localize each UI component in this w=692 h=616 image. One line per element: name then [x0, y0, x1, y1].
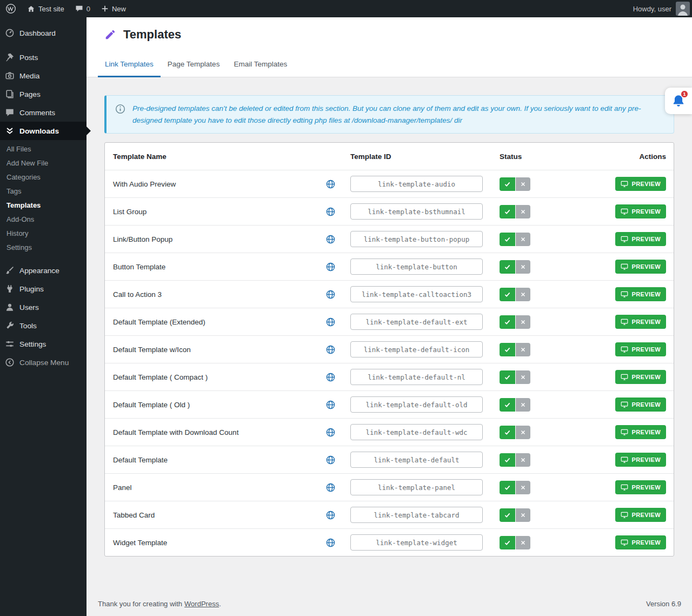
submenu-item[interactable]: Categories: [0, 170, 86, 184]
tab-page-templates[interactable]: Page Templates: [161, 52, 227, 77]
tab-email-templates[interactable]: Email Templates: [227, 52, 294, 77]
sidebar-item-downloads[interactable]: Downloads: [0, 122, 86, 140]
sidebar-item-media[interactable]: Media: [0, 67, 86, 85]
preview-button[interactable]: PREVIEW: [615, 370, 666, 384]
sidebar-item-dashboard[interactable]: Dashboard: [0, 24, 86, 42]
globe-icon[interactable]: [326, 235, 335, 244]
status-enabled-button[interactable]: [500, 536, 515, 549]
globe-icon[interactable]: [326, 483, 335, 492]
status-disable-button[interactable]: [516, 370, 530, 384]
status-disable-button[interactable]: [516, 260, 530, 274]
preview-button[interactable]: PREVIEW: [615, 453, 666, 467]
preview-button[interactable]: PREVIEW: [615, 342, 666, 356]
status-disable-button[interactable]: [516, 398, 530, 412]
globe-icon[interactable]: [326, 317, 335, 327]
globe-icon[interactable]: [326, 262, 335, 271]
preview-button[interactable]: PREVIEW: [615, 315, 666, 329]
status-enabled-button[interactable]: [500, 398, 515, 412]
sidebar-item-users[interactable]: Users: [0, 298, 86, 316]
submenu-item[interactable]: Tags: [0, 184, 86, 198]
sidebar-item-settings[interactable]: Settings: [0, 335, 86, 353]
template-id-field[interactable]: link-template-calltoaction3: [350, 286, 483, 302]
collapse-menu-button[interactable]: Collapse Menu: [0, 353, 86, 372]
template-id-field[interactable]: link-template-button: [350, 259, 483, 275]
comments-bubble[interactable]: 0: [70, 0, 96, 17]
template-id-field[interactable]: link-template-default-old: [350, 396, 483, 413]
status-disable-button[interactable]: [516, 205, 530, 218]
status-disable-button[interactable]: [516, 233, 530, 246]
wordpress-logo-icon[interactable]: [0, 0, 22, 17]
status-enabled-button[interactable]: [500, 508, 515, 522]
status-enabled-button[interactable]: [500, 370, 515, 384]
template-id-field[interactable]: link-template-default-ext: [350, 314, 483, 330]
status-enabled-button[interactable]: [500, 481, 515, 494]
howdy-text[interactable]: Howdy, user: [633, 5, 671, 13]
globe-icon[interactable]: [326, 511, 335, 520]
globe-icon[interactable]: [326, 538, 335, 547]
submenu-item[interactable]: Add New File: [0, 156, 86, 170]
sidebar-item-pages[interactable]: Pages: [0, 85, 86, 103]
globe-icon[interactable]: [326, 455, 335, 465]
preview-button[interactable]: PREVIEW: [615, 425, 666, 439]
globe-icon[interactable]: [326, 207, 335, 216]
status-disable-button[interactable]: [516, 177, 530, 191]
globe-icon[interactable]: [326, 428, 335, 437]
status-disable-button[interactable]: [516, 426, 530, 439]
sidebar-item-appearance[interactable]: Appearance: [0, 261, 86, 280]
submenu-item[interactable]: History: [0, 226, 86, 240]
template-id-field[interactable]: link-template-default-nl: [350, 369, 483, 385]
template-id-field[interactable]: link-template-audio: [350, 176, 483, 192]
preview-button[interactable]: PREVIEW: [615, 535, 666, 549]
template-id-field[interactable]: link-template-button-popup: [350, 231, 483, 247]
status-enabled-button[interactable]: [500, 177, 515, 191]
preview-button[interactable]: PREVIEW: [615, 260, 666, 274]
submenu-item[interactable]: All Files: [0, 142, 86, 156]
template-id-field[interactable]: link-template-widget: [350, 534, 483, 551]
submenu-item[interactable]: Settings: [0, 240, 86, 254]
globe-icon[interactable]: [326, 345, 335, 354]
tab-link-templates[interactable]: Link Templates: [98, 52, 161, 77]
status-enabled-button[interactable]: [500, 288, 515, 301]
status-enabled-button[interactable]: [500, 260, 515, 274]
new-content-button[interactable]: New: [96, 0, 131, 17]
avatar[interactable]: [676, 2, 690, 16]
submenu-item[interactable]: Add-Ons: [0, 212, 86, 226]
site-name-link[interactable]: Test site: [22, 0, 70, 17]
preview-button[interactable]: PREVIEW: [615, 204, 666, 218]
sidebar-item-tools[interactable]: Tools: [0, 316, 86, 335]
globe-icon[interactable]: [326, 180, 335, 189]
globe-icon[interactable]: [326, 400, 335, 409]
status-disable-button[interactable]: [516, 315, 530, 329]
sidebar-item-comments[interactable]: Comments: [0, 103, 86, 122]
submenu-item[interactable]: Templates: [0, 198, 86, 212]
globe-icon[interactable]: [326, 290, 335, 299]
preview-button[interactable]: PREVIEW: [615, 287, 666, 301]
preview-button[interactable]: PREVIEW: [615, 508, 666, 522]
preview-button[interactable]: PREVIEW: [615, 177, 666, 191]
status-enabled-button[interactable]: [500, 426, 515, 439]
template-id-field[interactable]: link-template-tabcard: [350, 507, 483, 523]
preview-button[interactable]: PREVIEW: [615, 398, 666, 412]
wordpress-link[interactable]: WordPress: [184, 600, 219, 608]
template-id-field[interactable]: link-template-bsthumnail: [350, 203, 483, 220]
status-disable-button[interactable]: [516, 343, 530, 356]
status-disable-button[interactable]: [516, 453, 530, 467]
globe-icon[interactable]: [326, 373, 335, 382]
preview-button[interactable]: PREVIEW: [615, 480, 666, 494]
sidebar-item-posts[interactable]: Posts: [0, 48, 86, 67]
status-disable-button[interactable]: [516, 508, 530, 522]
notification-bell-widget[interactable]: 1: [665, 88, 692, 114]
preview-button[interactable]: PREVIEW: [615, 232, 666, 246]
template-id-field[interactable]: link-template-default-icon: [350, 341, 483, 357]
sidebar-item-plugins[interactable]: Plugins: [0, 280, 86, 298]
status-disable-button[interactable]: [516, 288, 530, 301]
status-disable-button[interactable]: [516, 536, 530, 549]
template-id-field[interactable]: link-template-default: [350, 452, 483, 468]
status-enabled-button[interactable]: [500, 315, 515, 329]
status-enabled-button[interactable]: [500, 453, 515, 467]
status-enabled-button[interactable]: [500, 205, 515, 218]
template-id-field[interactable]: link-template-default-wdc: [350, 424, 483, 440]
status-enabled-button[interactable]: [500, 233, 515, 246]
status-enabled-button[interactable]: [500, 343, 515, 356]
template-id-field[interactable]: link-template-panel: [350, 479, 483, 495]
